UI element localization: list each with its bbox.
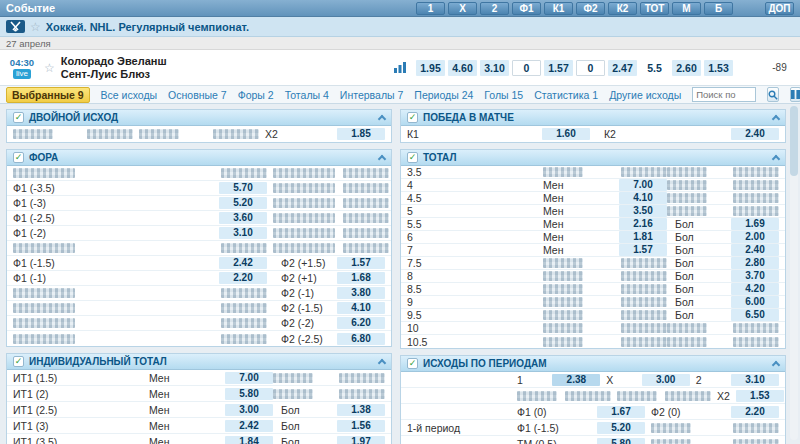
odds-cell[interactable]: 1.67 (597, 406, 645, 418)
match-teams-link[interactable]: Колорадо Эвеланш Сент-Луис Блюз (61, 55, 167, 81)
odds-cell[interactable]: 4.20 (731, 283, 779, 295)
section-check-icon[interactable]: ✓ (407, 358, 418, 369)
favorite-star-icon[interactable]: ☆ (30, 21, 41, 33)
search-input[interactable] (692, 87, 756, 102)
odds-cell[interactable]: 2.40 (731, 244, 779, 256)
odds-cell[interactable]: 3.50 (619, 205, 667, 217)
other-outcomes-link[interactable]: Другие исходы (609, 89, 681, 101)
collapse-chevron-icon[interactable] (378, 359, 386, 367)
collapse-chevron-icon[interactable] (378, 115, 386, 123)
odds-cell[interactable]: 2.80 (731, 257, 779, 269)
odds-cell[interactable]: 2.00 (731, 231, 779, 243)
tab-goals[interactable]: Голы 15 (484, 89, 523, 101)
tab-statistics[interactable]: Статистика 1 (534, 89, 598, 101)
section-header[interactable]: ✓ ТОТАЛ (401, 150, 785, 166)
odds-cell[interactable]: 3.00 (642, 374, 690, 386)
odds-cell[interactable]: 6.80 (337, 333, 385, 345)
col-2[interactable]: 2 (480, 2, 509, 15)
tab-all-outcomes[interactable]: Все исходы (101, 89, 158, 101)
odds-x[interactable]: 4.60 (448, 60, 477, 76)
col-m[interactable]: М (672, 2, 701, 15)
odds-cell[interactable]: 1.69 (731, 218, 779, 230)
odds-cell[interactable]: 1.85 (337, 128, 385, 140)
handicap2-value[interactable]: 0 (576, 60, 605, 76)
odds-cell[interactable]: 5.70 (219, 182, 267, 194)
odds-cell[interactable]: 3.70 (731, 270, 779, 282)
section-check-icon[interactable]: ✓ (13, 356, 24, 367)
odds-cell[interactable]: 2.20 (731, 406, 779, 418)
search-icon[interactable] (767, 87, 779, 102)
odds-cell[interactable]: 6.50 (731, 309, 779, 321)
odds-cell[interactable]: 2.40 (731, 128, 779, 140)
favorite-star-icon[interactable]: ☆ (44, 62, 55, 74)
odds-cell[interactable]: 1.38 (337, 404, 385, 416)
section-check-icon[interactable]: ✓ (13, 112, 24, 123)
tab-periods[interactable]: Периоды 24 (414, 89, 473, 101)
odds-cell[interactable]: 6.20 (337, 317, 385, 329)
collapse-chevron-icon[interactable] (378, 155, 386, 163)
odds-cell[interactable]: 5.80 (225, 388, 273, 400)
odds-cell[interactable]: 1.57 (619, 244, 667, 256)
col-dop[interactable]: ДОП (765, 2, 794, 15)
odds-cell[interactable]: 5.80 (597, 438, 645, 444)
col-tot[interactable]: ТОТ (640, 2, 669, 15)
section-check-icon[interactable]: ✓ (407, 152, 418, 163)
tab-selected[interactable]: Выбранные 9 (6, 87, 90, 103)
section-check-icon[interactable]: ✓ (407, 112, 418, 123)
tab-intervals[interactable]: Интервалы 7 (340, 89, 403, 101)
odds-cell[interactable]: 4.10 (337, 302, 385, 314)
tab-totals[interactable]: Тоталы 4 (285, 89, 329, 101)
odds-over[interactable]: 1.53 (704, 60, 733, 76)
odds-cell[interactable]: 1.97 (337, 436, 385, 444)
collapse-chevron-icon[interactable] (772, 361, 780, 369)
odds-k2[interactable]: 2.47 (608, 60, 637, 76)
col-k1[interactable]: К1 (544, 2, 573, 15)
section-header[interactable]: ✓ ИНДИВИДУАЛЬНЫЙ ТОТАЛ (7, 354, 391, 370)
section-header[interactable]: ✓ ПОБЕДА В МАТЧЕ (401, 110, 785, 126)
vertical-scrollbar[interactable] (790, 106, 798, 440)
columns-view-icon[interactable] (790, 87, 800, 102)
tab-main[interactable]: Основные 7 (168, 89, 227, 101)
odds-cell[interactable]: 3.60 (219, 212, 267, 224)
odds-k1[interactable]: 1.57 (544, 60, 573, 76)
col-k2[interactable]: К2 (608, 2, 637, 15)
odds-cell-selected[interactable]: 2.38 (552, 374, 600, 386)
col-x[interactable]: X (448, 2, 477, 15)
col-f1[interactable]: Ф1 (512, 2, 541, 15)
odds-cell[interactable]: 2.20 (219, 272, 267, 284)
odds-cell[interactable]: 5.20 (219, 197, 267, 209)
odds-cell[interactable]: 5.20 (597, 422, 645, 434)
odds-cell[interactable]: 1.68 (337, 272, 385, 284)
odds-cell[interactable]: 1.56 (337, 420, 385, 432)
scrollbar-thumb[interactable] (790, 106, 798, 176)
odds-cell[interactable]: 7.00 (619, 179, 667, 191)
section-header[interactable]: ✓ ФОРА (7, 150, 391, 166)
section-header[interactable]: ✓ ИСХОДЫ ПО ПЕРИОДАМ (401, 356, 785, 372)
odds-cell[interactable]: 1.57 (337, 257, 385, 269)
tab-handicaps[interactable]: Форы 2 (238, 89, 274, 101)
odds-cell[interactable]: 3.10 (731, 374, 779, 386)
odds-cell[interactable]: 3.80 (337, 287, 385, 299)
odds-cell[interactable]: 2.42 (225, 420, 273, 432)
odds-2[interactable]: 3.10 (480, 60, 509, 76)
section-header[interactable]: ✓ ДВОЙНОЙ ИСХОД (7, 110, 391, 126)
section-check-icon[interactable]: ✓ (13, 152, 24, 163)
col-f2[interactable]: Ф2 (576, 2, 605, 15)
odds-cell[interactable]: 4.10 (619, 192, 667, 204)
odds-cell[interactable]: 7.00 (225, 372, 273, 384)
handicap1-value[interactable]: 0 (512, 60, 541, 76)
breadcrumb-link[interactable]: Хоккей. NHL. Регулярный чемпионат. (46, 21, 249, 33)
odds-under[interactable]: 2.60 (672, 60, 701, 76)
odds-cell[interactable]: 2.16 (619, 218, 667, 230)
collapse-chevron-icon[interactable] (772, 115, 780, 123)
odds-cell[interactable]: 1.53 (736, 390, 784, 402)
col-1[interactable]: 1 (416, 2, 445, 15)
stats-chart-icon[interactable] (394, 62, 406, 73)
col-b[interactable]: Б (704, 2, 733, 15)
odds-cell[interactable]: 2.42 (219, 257, 267, 269)
collapse-chevron-icon[interactable] (772, 155, 780, 163)
odds-cell[interactable]: 1.60 (542, 128, 590, 140)
total-line-value[interactable]: 5.5 (640, 60, 669, 76)
odds-cell[interactable]: 1.81 (619, 231, 667, 243)
odds-cell[interactable]: 6.00 (731, 296, 779, 308)
